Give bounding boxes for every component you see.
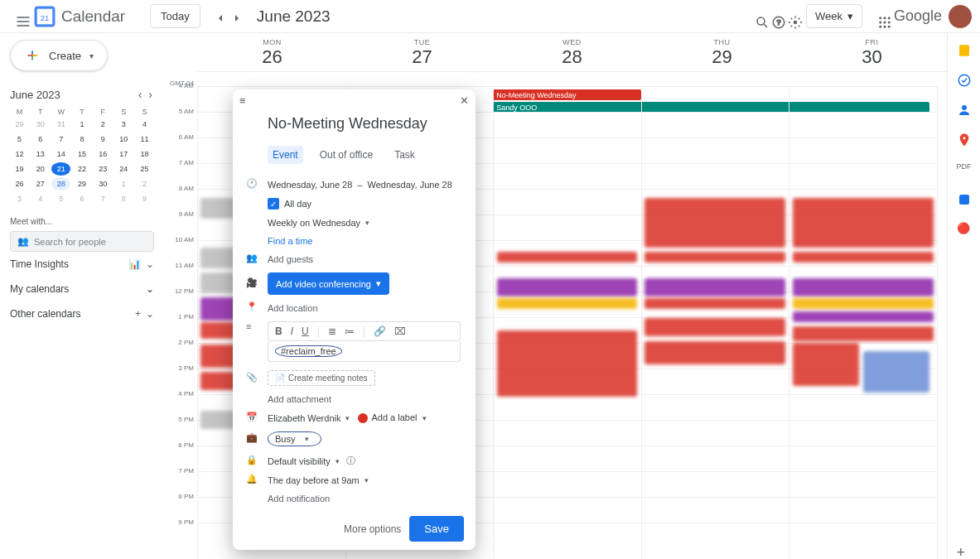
visibility-select[interactable]: Default visibility <box>268 456 331 466</box>
next-week-icon[interactable] <box>227 8 244 25</box>
add-attachment-link[interactable]: Add attachment <box>268 394 331 404</box>
event-block[interactable] <box>793 311 934 322</box>
day-column-header[interactable]: FRI30 <box>797 33 947 71</box>
mini-day[interactable]: 27 <box>31 177 50 190</box>
mini-day[interactable]: 4 <box>31 192 50 205</box>
clear-format-icon[interactable]: ⌧ <box>394 325 406 337</box>
italic-icon[interactable]: I <box>291 325 293 337</box>
mini-day[interactable]: 12 <box>10 147 29 161</box>
search-people-input[interactable]: 👥 Search for people <box>10 231 154 252</box>
drag-handle-icon[interactable]: ≡ <box>239 94 246 107</box>
mini-day[interactable]: 21 <box>51 162 70 176</box>
mini-day[interactable]: 2 <box>94 118 113 131</box>
mini-day[interactable]: 19 <box>10 162 29 176</box>
mini-day[interactable]: 3 <box>10 192 29 205</box>
mini-day[interactable]: 25 <box>135 162 154 176</box>
mini-day[interactable]: 10 <box>114 133 133 146</box>
number-list-icon[interactable]: ≔ <box>345 325 355 337</box>
mini-day[interactable]: 9 <box>94 133 113 146</box>
mini-day[interactable]: 15 <box>72 147 91 161</box>
allday-checkbox[interactable]: ✓ <box>268 198 279 210</box>
addon-icon[interactable] <box>957 192 972 207</box>
add-guests-input[interactable]: Add guests <box>268 254 313 264</box>
event-title-input[interactable] <box>268 112 461 136</box>
create-meeting-notes-button[interactable]: 📄 Create meeting notes <box>268 370 375 386</box>
color-label-select[interactable]: Add a label <box>358 412 417 423</box>
mini-day[interactable]: 23 <box>94 162 113 176</box>
mini-prev-icon[interactable]: ‹ <box>137 86 144 103</box>
mini-day[interactable]: 30 <box>94 177 113 190</box>
bold-icon[interactable]: B <box>275 325 282 337</box>
event-block[interactable] <box>644 252 785 263</box>
event-block[interactable] <box>644 198 785 248</box>
mini-day[interactable]: 2 <box>135 177 154 190</box>
mini-day[interactable]: 18 <box>135 147 154 161</box>
mini-day[interactable]: 8 <box>114 192 133 205</box>
other-calendars-row[interactable]: Other calendars +⌄ <box>10 301 154 326</box>
create-button[interactable]: Create ▾ <box>10 40 108 71</box>
settings-icon[interactable] <box>781 8 798 25</box>
my-calendars-row[interactable]: My calendars ⌄ <box>10 277 154 301</box>
recurrence-select[interactable]: Weekly on Wednesday <box>268 218 360 228</box>
add-addon-icon[interactable]: + <box>957 544 972 559</box>
event-block[interactable] <box>863 351 929 393</box>
event-block[interactable] <box>644 341 785 364</box>
prev-week-icon[interactable] <box>210 8 227 25</box>
mini-day[interactable]: 24 <box>114 162 133 176</box>
event-block[interactable] <box>793 252 934 263</box>
more-options-button[interactable]: More options <box>344 516 401 542</box>
event-block[interactable] <box>644 298 785 309</box>
event-block[interactable] <box>644 318 785 336</box>
calendar-owner-select[interactable]: Elizabeth Werdnik <box>268 413 340 423</box>
event-block[interactable] <box>793 343 859 386</box>
addon-icon[interactable]: PDF <box>957 162 972 177</box>
tasks-icon[interactable] <box>957 73 972 88</box>
description-input[interactable]: #reclaim_free <box>268 341 461 362</box>
today-button[interactable]: Today <box>150 4 200 28</box>
event-block[interactable] <box>497 278 638 296</box>
addon-icon[interactable]: 🔴 <box>957 222 972 237</box>
tab-task[interactable]: Task <box>389 146 420 164</box>
close-icon[interactable]: ✕ <box>460 94 469 107</box>
mini-day[interactable]: 5 <box>51 192 70 205</box>
day-column-header[interactable]: WED28 <box>497 33 647 71</box>
mini-day[interactable]: 5 <box>10 133 29 146</box>
mini-day[interactable]: 1 <box>72 118 91 131</box>
mini-next-icon[interactable]: › <box>147 86 154 103</box>
mini-day[interactable]: 31 <box>51 118 70 131</box>
link-icon[interactable]: 🔗 <box>374 325 386 337</box>
tab-out-of-office[interactable]: Out of office <box>315 146 378 164</box>
mini-day[interactable]: 11 <box>135 133 154 146</box>
mini-day[interactable]: 28 <box>51 177 70 190</box>
add-location-input[interactable]: Add location <box>268 303 318 313</box>
help-icon[interactable]: ⓘ <box>346 455 355 467</box>
mini-day[interactable]: 1 <box>114 177 133 190</box>
apps-grid-icon[interactable] <box>871 8 887 25</box>
day-column-header[interactable]: THU29 <box>647 33 797 71</box>
mini-day[interactable]: 9 <box>135 192 154 205</box>
day-column-header[interactable]: MON26 <box>197 33 347 71</box>
mini-calendar[interactable]: MTWTFSS293031123456789101112131415161718… <box>10 108 154 205</box>
mini-day[interactable]: 29 <box>72 177 91 190</box>
contacts-icon[interactable] <box>957 103 972 118</box>
mini-day[interactable]: 13 <box>31 147 50 161</box>
event-block[interactable] <box>793 278 934 296</box>
view-selector[interactable]: Week ▾ <box>806 4 862 28</box>
mini-day[interactable]: 26 <box>10 177 29 190</box>
event-block[interactable] <box>793 326 934 341</box>
event-block[interactable] <box>497 252 638 263</box>
maps-icon[interactable] <box>957 133 972 147</box>
mini-day[interactable]: 7 <box>51 133 70 146</box>
day-column-header[interactable]: TUE27 <box>347 33 497 71</box>
video-conferencing-button[interactable]: Add video conferencing ▾ <box>268 272 389 295</box>
hamburger-icon[interactable] <box>8 7 28 27</box>
mini-day[interactable]: 6 <box>31 133 50 146</box>
plus-icon[interactable]: + <box>135 308 141 320</box>
date-from[interactable]: Wednesday, June 28 <box>268 180 352 190</box>
event-block[interactable] <box>497 298 638 309</box>
keep-icon[interactable] <box>957 43 972 58</box>
notification-select[interactable]: The day before at 9am <box>268 475 360 485</box>
user-avatar[interactable] <box>949 5 972 28</box>
mini-day[interactable]: 7 <box>94 192 113 205</box>
event-block[interactable] <box>644 278 785 296</box>
